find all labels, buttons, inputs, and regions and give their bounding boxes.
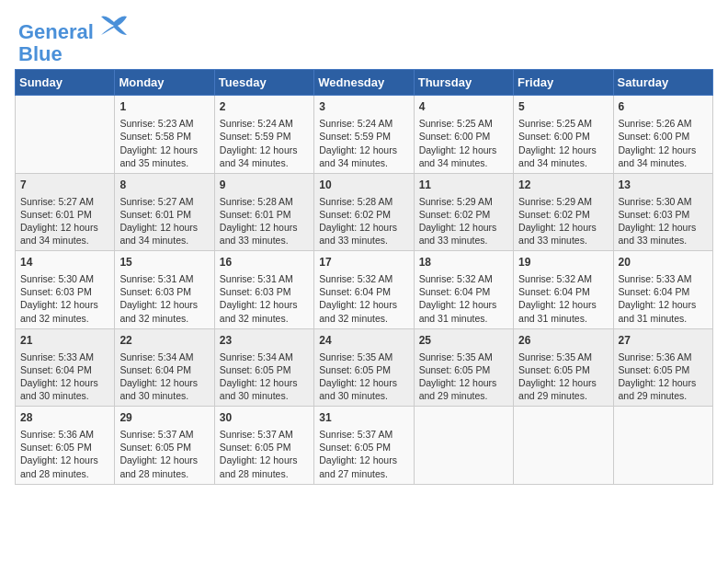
header-cell-wednesday: Wednesday xyxy=(314,70,414,96)
cell-content: Sunrise: 5:32 AM Sunset: 6:04 PM Dayligh… xyxy=(319,272,408,325)
cell-content: Sunrise: 5:25 AM Sunset: 6:00 PM Dayligh… xyxy=(419,117,508,169)
day-number: 19 xyxy=(518,255,608,270)
day-number: 18 xyxy=(419,255,508,270)
cell-content: Sunrise: 5:27 AM Sunset: 6:01 PM Dayligh… xyxy=(20,195,109,247)
calendar-cell xyxy=(514,407,613,484)
header-cell-sunday: Sunday xyxy=(16,70,115,96)
day-number: 1 xyxy=(119,99,209,115)
calendar-cell: 28Sunrise: 5:36 AM Sunset: 6:05 PM Dayli… xyxy=(16,407,115,484)
day-number: 9 xyxy=(220,178,309,193)
cell-content: Sunrise: 5:26 AM Sunset: 6:00 PM Dayligh… xyxy=(619,117,708,169)
calendar-cell xyxy=(613,407,712,484)
day-number: 21 xyxy=(20,333,109,349)
calendar-week-1: 1Sunrise: 5:23 AM Sunset: 5:58 PM Daylig… xyxy=(16,96,713,173)
calendar-cell: 13Sunrise: 5:30 AM Sunset: 6:03 PM Dayli… xyxy=(613,173,712,250)
calendar-cell: 5Sunrise: 5:25 AM Sunset: 6:00 PM Daylig… xyxy=(514,96,613,173)
logo: General Blue xyxy=(18,17,129,65)
cell-content: Sunrise: 5:35 AM Sunset: 6:05 PM Dayligh… xyxy=(518,350,608,403)
cell-content: Sunrise: 5:35 AM Sunset: 6:05 PM Dayligh… xyxy=(319,350,408,403)
calendar-cell: 20Sunrise: 5:33 AM Sunset: 6:04 PM Dayli… xyxy=(613,251,712,328)
calendar-cell: 26Sunrise: 5:35 AM Sunset: 6:05 PM Dayli… xyxy=(514,328,613,406)
cell-content: Sunrise: 5:32 AM Sunset: 6:04 PM Dayligh… xyxy=(518,272,608,325)
cell-content: Sunrise: 5:30 AM Sunset: 6:03 PM Dayligh… xyxy=(619,195,708,247)
cell-content: Sunrise: 5:24 AM Sunset: 5:59 PM Dayligh… xyxy=(319,117,408,169)
logo-blue: Blue xyxy=(18,43,129,65)
logo-text: General xyxy=(18,17,129,43)
calendar-cell: 4Sunrise: 5:25 AM Sunset: 6:00 PM Daylig… xyxy=(414,96,513,173)
calendar-cell: 23Sunrise: 5:34 AM Sunset: 6:05 PM Dayli… xyxy=(214,328,313,406)
calendar-cell: 31Sunrise: 5:37 AM Sunset: 6:05 PM Dayli… xyxy=(314,407,414,484)
day-number: 8 xyxy=(119,178,209,193)
calendar-week-4: 21Sunrise: 5:33 AM Sunset: 6:04 PM Dayli… xyxy=(16,328,713,406)
calendar-cell: 22Sunrise: 5:34 AM Sunset: 6:04 PM Dayli… xyxy=(115,328,214,406)
calendar-cell: 7Sunrise: 5:27 AM Sunset: 6:01 PM Daylig… xyxy=(16,173,115,250)
cell-content: Sunrise: 5:31 AM Sunset: 6:03 PM Dayligh… xyxy=(220,272,309,325)
cell-content: Sunrise: 5:23 AM Sunset: 5:58 PM Dayligh… xyxy=(119,117,209,169)
cell-content: Sunrise: 5:33 AM Sunset: 6:04 PM Dayligh… xyxy=(20,350,109,403)
cell-content: Sunrise: 5:28 AM Sunset: 6:02 PM Dayligh… xyxy=(319,195,408,247)
day-number: 22 xyxy=(119,333,209,349)
day-number: 28 xyxy=(20,410,109,426)
day-number: 29 xyxy=(119,410,209,426)
cell-content: Sunrise: 5:27 AM Sunset: 6:01 PM Dayligh… xyxy=(119,195,209,247)
calendar-cell: 29Sunrise: 5:37 AM Sunset: 6:05 PM Dayli… xyxy=(115,407,214,484)
cell-content: Sunrise: 5:31 AM Sunset: 6:03 PM Dayligh… xyxy=(119,272,209,325)
day-number: 23 xyxy=(220,333,309,349)
day-number: 16 xyxy=(220,255,309,270)
cell-content: Sunrise: 5:29 AM Sunset: 6:02 PM Dayligh… xyxy=(518,195,608,247)
calendar-week-5: 28Sunrise: 5:36 AM Sunset: 6:05 PM Dayli… xyxy=(16,407,713,484)
day-number: 25 xyxy=(419,333,508,349)
header-cell-friday: Friday xyxy=(514,70,613,96)
calendar-cell: 27Sunrise: 5:36 AM Sunset: 6:05 PM Dayli… xyxy=(613,328,712,406)
calendar-cell: 18Sunrise: 5:32 AM Sunset: 6:04 PM Dayli… xyxy=(414,251,513,328)
cell-content: Sunrise: 5:37 AM Sunset: 6:05 PM Dayligh… xyxy=(319,428,408,480)
day-number: 5 xyxy=(518,99,608,115)
logo-bird-icon xyxy=(101,13,129,39)
day-number: 17 xyxy=(319,255,408,270)
cell-content: Sunrise: 5:34 AM Sunset: 6:05 PM Dayligh… xyxy=(220,350,309,403)
calendar-cell: 6Sunrise: 5:26 AM Sunset: 6:00 PM Daylig… xyxy=(613,96,712,173)
header-cell-saturday: Saturday xyxy=(613,70,712,96)
calendar-cell: 16Sunrise: 5:31 AM Sunset: 6:03 PM Dayli… xyxy=(214,251,313,328)
calendar-cell: 24Sunrise: 5:35 AM Sunset: 6:05 PM Dayli… xyxy=(314,328,414,406)
cell-content: Sunrise: 5:30 AM Sunset: 6:03 PM Dayligh… xyxy=(20,272,109,325)
calendar-cell: 25Sunrise: 5:35 AM Sunset: 6:05 PM Dayli… xyxy=(414,328,513,406)
day-number: 27 xyxy=(619,333,708,349)
day-number: 31 xyxy=(319,410,408,426)
header-cell-thursday: Thursday xyxy=(414,70,513,96)
cell-content: Sunrise: 5:32 AM Sunset: 6:04 PM Dayligh… xyxy=(419,272,508,325)
cell-content: Sunrise: 5:36 AM Sunset: 6:05 PM Dayligh… xyxy=(20,428,109,480)
calendar-cell xyxy=(414,407,513,484)
day-number: 11 xyxy=(419,178,508,193)
header-row: SundayMondayTuesdayWednesdayThursdayFrid… xyxy=(16,70,713,96)
cell-content: Sunrise: 5:29 AM Sunset: 6:02 PM Dayligh… xyxy=(419,195,508,247)
cell-content: Sunrise: 5:25 AM Sunset: 6:00 PM Dayligh… xyxy=(518,117,608,169)
cell-content: Sunrise: 5:24 AM Sunset: 5:59 PM Dayligh… xyxy=(220,117,309,169)
page-header: General Blue xyxy=(9,9,719,69)
calendar-cell: 3Sunrise: 5:24 AM Sunset: 5:59 PM Daylig… xyxy=(314,96,414,173)
cell-content: Sunrise: 5:37 AM Sunset: 6:05 PM Dayligh… xyxy=(119,428,209,480)
calendar-cell: 14Sunrise: 5:30 AM Sunset: 6:03 PM Dayli… xyxy=(16,251,115,328)
calendar-cell: 8Sunrise: 5:27 AM Sunset: 6:01 PM Daylig… xyxy=(115,173,214,250)
cell-content: Sunrise: 5:36 AM Sunset: 6:05 PM Dayligh… xyxy=(619,350,708,403)
calendar-cell: 19Sunrise: 5:32 AM Sunset: 6:04 PM Dayli… xyxy=(514,251,613,328)
header-cell-monday: Monday xyxy=(115,70,214,96)
day-number: 2 xyxy=(220,99,309,115)
day-number: 4 xyxy=(419,99,508,115)
calendar-cell: 1Sunrise: 5:23 AM Sunset: 5:58 PM Daylig… xyxy=(115,96,214,173)
day-number: 7 xyxy=(20,178,109,193)
cell-content: Sunrise: 5:35 AM Sunset: 6:05 PM Dayligh… xyxy=(419,350,508,403)
cell-content: Sunrise: 5:34 AM Sunset: 6:04 PM Dayligh… xyxy=(119,350,209,403)
calendar-cell: 15Sunrise: 5:31 AM Sunset: 6:03 PM Dayli… xyxy=(115,251,214,328)
calendar-cell xyxy=(16,96,115,173)
day-number: 24 xyxy=(319,333,408,349)
header-cell-tuesday: Tuesday xyxy=(214,70,313,96)
day-number: 10 xyxy=(319,178,408,193)
calendar-week-2: 7Sunrise: 5:27 AM Sunset: 6:01 PM Daylig… xyxy=(16,173,713,250)
day-number: 14 xyxy=(20,255,109,270)
day-number: 3 xyxy=(319,99,408,115)
calendar-cell: 11Sunrise: 5:29 AM Sunset: 6:02 PM Dayli… xyxy=(414,173,513,250)
calendar-cell: 10Sunrise: 5:28 AM Sunset: 6:02 PM Dayli… xyxy=(314,173,414,250)
calendar: SundayMondayTuesdayWednesdayThursdayFrid… xyxy=(9,69,719,484)
calendar-cell: 30Sunrise: 5:37 AM Sunset: 6:05 PM Dayli… xyxy=(214,407,313,484)
